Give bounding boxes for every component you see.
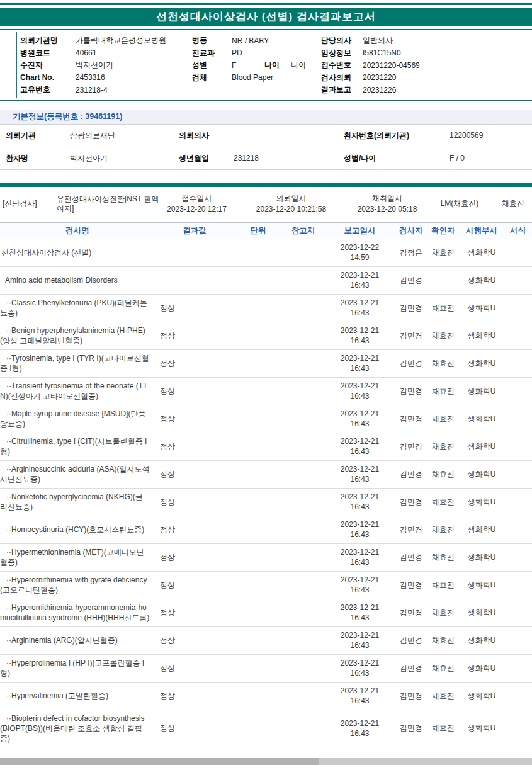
field-value: 일반의사 [363,35,393,46]
examiner-name: 김민경 [395,663,427,674]
confirmer-name: 채효진 [427,497,460,507]
result-row: ··Argininosuccinic aciduria (ASA)(알지노석시닌… [0,461,532,489]
horizontal-scrollbar[interactable] [0,758,532,765]
field-label: 검사의뢰 [321,72,363,83]
info-field-row: 고유번호231218-4 [20,84,192,96]
result-row: 선천성대사이상검사 (선별)2023-12-2214:59김정은채효진생화학U [0,239,532,267]
basic-info-row: 환자명박지선아기생년월일231218성별/나이F / 0 [0,147,532,170]
collection-datetime-value: 2023-12-20 05:18 [349,205,425,214]
report-time: 16:43 [324,280,395,290]
result-value: 정상 [155,663,234,674]
confirmer-name: 채효진 [427,524,460,535]
field-label: 나이 [264,60,291,71]
examiner-name: 김민경 [395,723,427,734]
column-header-unit: 단위 [234,225,282,236]
test-name: Amino acid metabolism Disorders [0,275,155,285]
report-time: 16:43 [324,391,395,401]
department-name: 생화학U [460,275,504,286]
test-name: ··Biopterin defect in cofactor biosynthe… [0,713,155,744]
basic-field-value: 12200569 [444,131,532,140]
result-value: 정상 [155,331,234,341]
result-value: 정상 [155,414,234,424]
result-row: ··Argininemia (ARG)(알지닌혈증)정상2023-12-2116… [0,627,532,655]
field-label: 고유번호 [20,84,76,95]
collection-datetime-label: 채취일시 [349,194,425,203]
department-name: 생화학U [460,414,504,424]
confirmer-name: 채효진 [427,635,460,646]
result-value: 정상 [155,358,234,369]
examiner-name: 김민경 [395,469,427,480]
test-name: ··Benign hyperphenylalaninemia (H-PHE)(양… [0,326,155,346]
result-row: ··Hyperornithinemia-hyperammonemia-homoc… [0,599,532,627]
report-date: 2023-12-21 [324,718,395,728]
test-name: ··Citrullinemia, type I (CIT)(시트룰린혈증 I형) [0,436,155,456]
confirmer-name: 채효진 [427,663,460,674]
result-row: ··Hypermethioninemia (MET)(고메티오닌혈증)정상202… [0,544,532,572]
report-time: 16:43 [324,530,395,540]
result-value: 정상 [155,608,234,618]
request-datetime-value: 2023-12-20 10:21:58 [233,205,349,214]
examiner-name: 김민경 [395,635,427,646]
order-lm-staff: LM(채효진) [425,199,494,208]
basic-field-label: 환자번호(의뢰기관) [338,130,444,141]
field-value: F [232,61,264,70]
field-label: 의뢰기관명 [20,35,76,46]
report-time: 16:43 [324,696,395,706]
report-date: 2023-12-21 [324,686,395,696]
column-header-department: 시행부서 [460,225,504,236]
report-date: 2023-12-21 [324,326,395,336]
examiner-name: 김민경 [395,331,427,341]
confirmer-name: 채효진 [427,608,460,618]
report-time: 16:43 [324,308,395,318]
info-field-row: 결과보고20231226 [321,84,532,96]
test-name: ··Hyperprolinemia I (HP I)(고프롤린혈증 I형) [0,658,155,678]
field-value: 나이 [291,60,324,71]
basic-field-label: 의뢰의사 [173,130,228,141]
panel-left-accent-line [16,32,17,98]
info-field-row: 접수번호20231220-04569 [321,59,532,72]
field-value: PD [232,48,264,57]
report-datetime: 2023-12-2116:43 [324,298,395,318]
panel-bottom-rule [0,100,532,101]
result-value: 정상 [155,386,234,397]
test-name: ··Hypermethioninemia (MET)(고메티오닌혈증) [0,547,155,567]
basic-info-row: 의뢰기관삼광의료재단의뢰의사환자번호(의뢰기관)12200569 [0,125,532,147]
order-test-name: 유전성대사이상질환[NST 혈액 여지] [57,195,161,213]
basic-info-table: 의뢰기관삼광의료재단의뢰의사환자번호(의뢰기관)12200569환자명박지선아기… [0,125,532,170]
info-field-row: 의뢰기관명가톨릭대학교은평성모병원 [20,35,192,47]
lab-report-page: 선천성대사이상검사 (선별) 검사결과보고서 의뢰기관명가톨릭대학교은평성모병원… [0,0,532,765]
result-value: 정상 [155,691,234,701]
report-time: 16:43 [324,613,395,623]
column-header-confirmer: 확인자 [427,225,460,236]
report-time: 16:43 [324,557,395,567]
info-field-row: 수진자박지선아기 [20,59,192,72]
report-datetime: 2023-12-2116:43 [324,381,395,401]
examiner-name: 김민경 [395,691,427,701]
test-name: ··Argininemia (ARG)(알지닌혈증) [0,635,155,645]
report-date: 2023-12-21 [324,270,395,280]
report-date: 2023-12-21 [324,630,395,640]
examiner-name: 김민경 [395,303,427,314]
field-value: 20231220-04569 [363,61,420,70]
report-datetime: 2023-12-2116:43 [324,686,395,706]
department-name: 생화학U [460,331,504,341]
confirmer-name: 채효진 [427,441,460,452]
report-datetime: 2023-12-2116:43 [324,658,395,678]
result-row: ··Maple syrup urine disease [MSUD](단풍당뇨증… [0,405,532,433]
order-summary-row: [진단검사] 유전성대사이상질환[NST 혈액 여지] 접수일시 2023-12… [0,191,532,217]
scrollbar-thumb[interactable] [0,758,319,765]
examiner-name: 김민경 [395,386,427,397]
examiner-name: 김민경 [395,580,427,591]
result-row: ··Homocystinuria (HCY)(호모시스틴뇨증)정상2023-12… [0,516,532,544]
column-header-examiner: 검사자 [395,225,427,236]
result-value: 정상 [155,303,234,314]
request-datetime-label: 의뢰일시 [233,194,349,203]
result-value: 정상 [155,497,234,507]
report-time: 16:43 [324,419,395,429]
column-header-result: 결과값 [155,225,234,236]
department-name: 생화학U [460,580,504,591]
confirmer-name: 채효진 [427,552,460,563]
test-name: 선천성대사이상검사 (선별) [0,247,155,258]
result-value: 정상 [155,580,234,591]
field-label: 진료과 [192,48,232,59]
